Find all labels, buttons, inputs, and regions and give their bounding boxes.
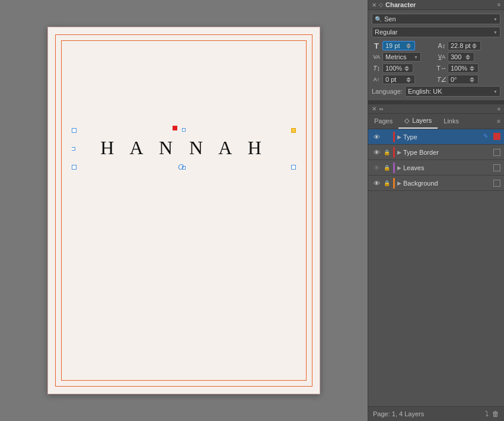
handle-mid-top[interactable] [182, 128, 186, 132]
vert-scale-icon: T↕ [372, 63, 381, 73]
layer-item-type-border[interactable]: 👁 🔒 ▶ Type Border [368, 145, 504, 160]
handle-bl[interactable] [72, 165, 76, 170]
vert-scale-down[interactable] [404, 69, 409, 71]
tab-links[interactable]: Links [438, 114, 465, 129]
horiz-scale-input[interactable]: 100% [448, 63, 479, 73]
kerning-icon: VA [372, 52, 381, 62]
font-size-input[interactable]: 19 pt [382, 41, 415, 50]
vert-scale-up[interactable] [404, 66, 409, 68]
tracking-stepper[interactable] [465, 55, 471, 60]
skew-input[interactable]: 0° [448, 75, 479, 84]
tracking-input[interactable]: 300 [448, 52, 474, 62]
layers-expand-icon[interactable]: ⇔ [379, 106, 384, 112]
layer-visibility-leaves[interactable]: 👁 [372, 163, 381, 173]
leading-stepper[interactable] [472, 43, 478, 49]
tab-layers[interactable]: ◇ Layers [398, 114, 438, 129]
layers-menu-dots[interactable]: ≡ [497, 118, 500, 125]
layer-visibility-type-border[interactable]: 👁 [372, 148, 381, 157]
horiz-scale-stepper[interactable] [470, 66, 476, 71]
skew-stepper[interactable] [470, 77, 476, 82]
tracking-group: V̲A 300 [437, 52, 500, 62]
layer-square-background[interactable] [493, 180, 500, 187]
handle-tr[interactable] [291, 128, 296, 133]
layers-close-icon[interactable]: ✕ [372, 106, 377, 112]
font-size-down[interactable] [406, 46, 411, 49]
character-panel-body: 🔍 ▼ Regular ▼ T 19 pt [368, 10, 504, 100]
layers-topbar-left: ✕ ⇔ [372, 106, 384, 112]
layers-tab-diamond: ◇ [404, 117, 409, 124]
vert-scale-input[interactable]: 100% [382, 63, 413, 73]
right-panel: ✕ ◇ Character ≡ 🔍 ▼ Regular ▼ T [368, 0, 504, 421]
baseline-up[interactable] [406, 77, 411, 79]
font-size-up[interactable] [406, 43, 411, 46]
layers-footer-text: Page: 1, 4 Layers [373, 410, 485, 417]
layer-name-leaves: Leaves [403, 164, 493, 171]
skew-up[interactable] [470, 77, 474, 79]
layers-header-right: ≡ [497, 118, 504, 125]
layer-expand-type[interactable]: ▶ [397, 134, 401, 140]
font-style-select[interactable]: Regular ▼ [372, 27, 500, 37]
layers-footer: Page: 1, 4 Layers ⤵ 🗑 [368, 406, 504, 421]
handle-br[interactable] [291, 165, 296, 170]
vert-scale-group: T↕ 100% [372, 63, 435, 73]
layer-actions-type-border [493, 149, 500, 156]
tab-pages[interactable]: Pages [368, 114, 398, 129]
skew-down[interactable] [470, 80, 474, 82]
font-size-stepper[interactable] [406, 43, 412, 49]
layer-item-leaves[interactable]: 👁 🔒 ▶ Leaves [368, 160, 504, 176]
layer-lock-background[interactable]: 🔒 [382, 179, 391, 187]
language-chevron: ▼ [493, 90, 497, 94]
kerning-select[interactable]: Metrics ▼ [382, 52, 421, 62]
leading-up[interactable] [472, 43, 477, 46]
leading-down[interactable] [472, 46, 477, 49]
layer-item-type[interactable]: 👁 ▶ Type ✎ [368, 129, 504, 145]
baseline-group: A↑ 0 pt [372, 75, 435, 84]
horiz-scale-icon: T↔ [437, 63, 446, 73]
baseline-input[interactable]: 0 pt [382, 75, 415, 84]
layer-lock-leaves[interactable]: 🔒 [382, 164, 391, 172]
character-panel-title: Character [385, 1, 416, 8]
page-border-outer [55, 34, 312, 387]
baseline-stepper[interactable] [406, 77, 412, 82]
character-expand-icon[interactable]: ≡ [497, 2, 500, 8]
layer-expand-background[interactable]: ▶ [397, 180, 401, 186]
baseline-down[interactable] [406, 80, 411, 82]
font-search-input[interactable] [384, 15, 493, 23]
layer-visibility-background[interactable]: 👁 [372, 178, 381, 188]
layers-menu-icon[interactable]: ≡ [497, 106, 500, 112]
vert-scale-stepper[interactable] [404, 66, 410, 71]
size-leading-row: T 19 pt A↕ 22.8 pt [372, 41, 500, 50]
layer-expand-leaves[interactable]: ▶ [397, 165, 401, 171]
horiz-scale-up[interactable] [470, 66, 474, 68]
layer-expand-type-border[interactable]: ▶ [397, 149, 401, 155]
layer-square-type[interactable] [493, 133, 500, 140]
tracking-down[interactable] [465, 58, 470, 60]
canvas-area: H A N N A H O [0, 0, 368, 421]
character-close-icon[interactable]: ✕ [372, 2, 377, 8]
handle-red-top[interactable] [173, 126, 177, 130]
horiz-scale-down[interactable] [470, 69, 474, 71]
tracking-icon: V̲A [437, 52, 446, 62]
handle-tl[interactable] [72, 128, 76, 133]
layer-lock-type-border[interactable]: 🔒 [382, 148, 391, 157]
layer-color-type [393, 132, 395, 142]
document-text[interactable]: H A N N A H [48, 137, 320, 159]
layer-item-background[interactable]: 👁 🔒 ▶ Background [368, 176, 504, 191]
skew-group: T∠ 0° [437, 75, 500, 84]
tracking-up[interactable] [465, 55, 470, 57]
font-search-row[interactable]: 🔍 ▼ [372, 14, 500, 24]
leading-input[interactable]: 22.8 pt [448, 41, 481, 50]
delete-layer-icon[interactable]: 🗑 [492, 410, 499, 418]
language-row: Language: English: UK ▼ [372, 86, 500, 97]
layer-square-leaves[interactable] [493, 164, 500, 171]
layer-visibility-type[interactable]: 👁 [372, 132, 381, 142]
layers-footer-icons: ⤵ 🗑 [485, 410, 499, 418]
search-icon: 🔍 [375, 16, 382, 23]
layers-tabs: Pages ◇ Layers Links ≡ [368, 114, 504, 129]
new-layer-icon[interactable]: ⤵ [485, 410, 489, 418]
language-select[interactable]: English: UK ▼ [405, 86, 500, 97]
lock-icon-type-border: 🔒 [384, 149, 390, 155]
layer-pencil-type[interactable]: ✎ [483, 133, 492, 141]
layer-square-type-border[interactable] [493, 149, 500, 156]
layer-name-type: Type [403, 133, 483, 141]
